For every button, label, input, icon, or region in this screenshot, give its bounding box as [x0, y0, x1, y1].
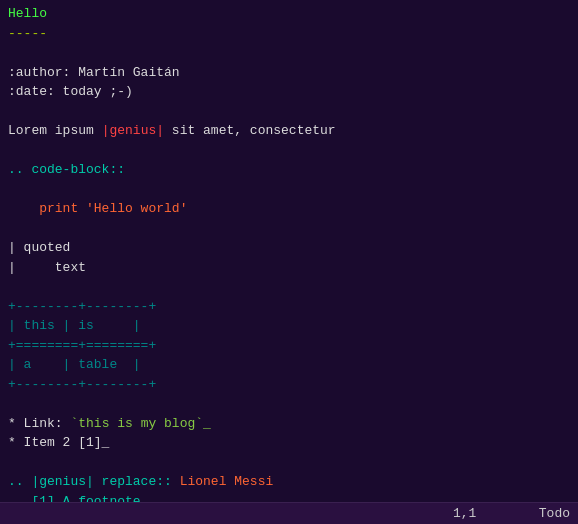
editor-area: Hello----- :author: Martín Gaitán:date: … [0, 0, 578, 502]
editor-text-segment: :date: today ;-) [8, 84, 133, 99]
editor-text-segment: .. [1] A footnote [8, 494, 141, 503]
editor-line: +========+========+ [8, 336, 570, 356]
editor-text-segment: sit amet, consectetur [164, 123, 336, 138]
editor-line: :date: today ;-) [8, 82, 570, 102]
status-position: 1,1 Todo [453, 506, 570, 521]
editor-line: +--------+--------+ [8, 375, 570, 395]
editor-line [8, 277, 570, 297]
editor-line [8, 43, 570, 63]
editor-text-segment: | text [8, 260, 86, 275]
editor-line [8, 141, 570, 161]
editor-text-segment: +--------+--------+ [8, 299, 156, 314]
editor-text-segment: Lorem ipsum [8, 123, 102, 138]
editor-line: | text [8, 258, 570, 278]
editor-text-segment: ----- [8, 26, 47, 41]
editor-text-segment: |genius| [102, 123, 164, 138]
editor-line [8, 453, 570, 473]
editor-text-segment: * Link: [8, 416, 70, 431]
editor-line: .. |genius| replace:: Lionel Messi [8, 472, 570, 492]
editor-line: * Item 2 [1]_ [8, 433, 570, 453]
editor-line: | this | is | [8, 316, 570, 336]
editor-line: Lorem ipsum |genius| sit amet, consectet… [8, 121, 570, 141]
editor-line: | a | table | [8, 355, 570, 375]
editor-line: :author: Martín Gaitán [8, 63, 570, 83]
editor-text-segment: print 'Hello world' [8, 201, 187, 216]
editor-text-segment: :author: Martín Gaitán [8, 65, 180, 80]
editor-text-segment: .. code-block:: [8, 162, 125, 177]
editor-line: +--------+--------+ [8, 297, 570, 317]
editor-line [8, 102, 570, 122]
editor-text-segment: Lionel Messi [180, 474, 274, 489]
editor-text-segment: | quoted [8, 240, 70, 255]
editor-text-segment: | this | is | [8, 318, 141, 333]
editor-text-segment: +========+========+ [8, 338, 156, 353]
status-bar: 1,1 Todo [0, 502, 578, 524]
editor-line: | quoted [8, 238, 570, 258]
editor-line: print 'Hello world' [8, 199, 570, 219]
editor-text-segment: * Item 2 [1]_ [8, 435, 109, 450]
editor-line: * Link: `this is my blog`_ [8, 414, 570, 434]
editor-line: .. [1] A footnote [8, 492, 570, 503]
editor-text-segment: +--------+--------+ [8, 377, 156, 392]
editor-line: ----- [8, 24, 570, 44]
editor-line: Hello [8, 4, 570, 24]
editor-line [8, 180, 570, 200]
editor-line [8, 394, 570, 414]
editor-text-segment: .. |genius| replace:: [8, 474, 180, 489]
editor-line [8, 219, 570, 239]
editor-text-segment: | a | table | [8, 357, 141, 372]
editor-text-segment: Hello [8, 6, 47, 21]
editor-line: .. code-block:: [8, 160, 570, 180]
editor-text-segment: `this is my blog`_ [70, 416, 210, 431]
